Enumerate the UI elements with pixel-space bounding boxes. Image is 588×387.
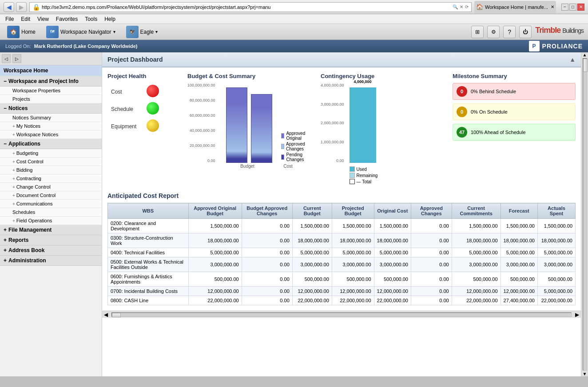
col-original-cost: Original Cost [374, 203, 411, 219]
sidebar-section-notices[interactable]: − Notices [0, 103, 102, 114]
cell-original_cost: 1,500,000.00 [374, 219, 411, 233]
sidebar-item-communications[interactable]: + Communications [0, 200, 102, 208]
help-icon-btn[interactable]: ? [503, 26, 516, 38]
legend-color-approved [281, 133, 285, 138]
milestone-badge-green: 47 [457, 127, 467, 138]
cell-forecast: 3,000,000.00 [501, 257, 537, 272]
sidebar-item-document-control[interactable]: + Document Control [0, 191, 102, 200]
sidebar-item-my-notices[interactable]: + My Notices [0, 122, 102, 130]
scroll-down-arrow[interactable]: ▼ [583, 371, 587, 376]
scroll-left-btn[interactable]: ◀ [102, 312, 110, 318]
grid-icon-btn[interactable]: ⊞ [471, 26, 484, 38]
legend-pending-changes: Pending Changes [281, 152, 307, 162]
cell-approved_changes: 0.00 [411, 287, 452, 296]
main-layout: ◁ ▷ Workspace Home − Workspace and Proje… [0, 52, 588, 376]
scroll-up-btn[interactable]: ▲ [569, 56, 576, 63]
sidebar-section-applications[interactable]: − Applications [0, 139, 102, 149]
menu-tools[interactable]: Tools [81, 15, 101, 23]
home-toolbar-btn[interactable]: 🏠 Home [4, 25, 38, 39]
window-controls: ◀ ▶ [4, 2, 27, 12]
contingency-bar: 4,000,000 [350, 87, 376, 163]
cell-actuals_spent: 18,000,000.00 [537, 233, 575, 248]
cell-actuals_spent: 500,000.00 [537, 272, 575, 287]
cell-projected_budget: 500,000.00 [332, 272, 374, 287]
cell-wbs: 0600: Furnishings & Artistics Appointmen… [108, 272, 189, 287]
legend-color-pending [281, 154, 285, 160]
milestone-item-ahead: 47 100% Ahead of Schedule [453, 124, 576, 141]
col-current-commitments: Current Commitments [452, 203, 501, 219]
contingency-bar-area: 4,000,000 [350, 83, 444, 163]
cell-current_commitments: 3,000,000.00 [452, 257, 501, 272]
bottom-scrollbar[interactable]: ◀ ▶ [102, 311, 581, 318]
scroll-track[interactable] [111, 312, 572, 317]
file-management-label: File Management [8, 227, 52, 233]
cell-original_cost: 18,000,000.00 [374, 233, 411, 248]
sidebar-item-cost-control[interactable]: + Cost Control [0, 158, 102, 166]
sidebar-item-workspace-notices[interactable]: + Workspace Notices [0, 130, 102, 139]
cell-current_commitments: 5,000,000.00 [452, 248, 501, 257]
sidebar-item-change-control[interactable]: + Change Control [0, 183, 102, 191]
cell-approved_changes: 0.00 [411, 233, 452, 248]
sidebar-item-workspace-properties[interactable]: Workspace Properties [0, 87, 102, 95]
workspace-navigator-btn[interactable]: 🗺 Workspace Navigator ▾ [44, 25, 118, 39]
browser-titlebar: ◀ ▶ 🔒 http://se3vm2.demo.mps.com/Prolian… [0, 0, 588, 14]
right-scroll-thumb[interactable] [583, 59, 588, 72]
address-bar[interactable]: 🔒 http://se3vm2.demo.mps.com/Proliance/W… [29, 2, 472, 12]
menu-help[interactable]: Help [101, 15, 119, 23]
content-area: Project Dashboard ▲ Project Health Cost … [102, 52, 581, 376]
sidebar-item-workspace-home[interactable]: Workspace Home [0, 65, 102, 76]
maximize-btn[interactable]: □ [569, 4, 576, 11]
power-icon-btn[interactable]: ⏻ [519, 26, 532, 38]
menu-edit[interactable]: Edit [17, 15, 34, 23]
sidebar-item-field-operations[interactable]: + Field Operations [0, 217, 102, 225]
sidebar-item-contracting[interactable]: + Contracting [0, 174, 102, 183]
sidebar-section-administration[interactable]: + Administration [0, 256, 102, 266]
sidebar-section-address-book[interactable]: + Address Book [0, 245, 102, 256]
cell-actuals_spent: 1,500,000.00 [537, 219, 575, 233]
section-label: Workspace and Project Info [8, 78, 79, 84]
right-scrollbar[interactable]: ▲ ▼ [581, 52, 588, 376]
right-scroll-track[interactable] [583, 58, 587, 371]
trimble-logo: Trimble Buildings [535, 26, 584, 38]
sidebar-section-file-management[interactable]: + File Management [0, 225, 102, 235]
sidebar-item-budgeting[interactable]: + Budgeting [0, 149, 102, 158]
budget-title: Budget & Cost Summary [187, 73, 312, 79]
acr-title: Anticipated Cost Report [107, 192, 576, 199]
milestone-panel: Milestone Summary 0 0% Behind Schedule 0… [453, 73, 576, 185]
nav-back-btn[interactable]: ◀ [4, 2, 14, 12]
sidebar-icon-right[interactable]: ▷ [12, 54, 21, 63]
menu-favorites[interactable]: Favorites [52, 15, 81, 23]
expand-file-icon: + [4, 227, 7, 233]
logged-on-user: Mark Rutherford (Lake Company Worldwide) [34, 43, 138, 49]
bar-chart-area: Approved Original Approved Changes Pendi… [217, 83, 316, 169]
contingency-y-axis: 4,000,000.00 3,000,000.00 2,000,000.00 1… [321, 83, 346, 163]
nav-forward-btn[interactable]: ▶ [16, 2, 27, 12]
settings-icon-btn[interactable]: ⚙ [487, 26, 500, 38]
sidebar-section-workspace-info[interactable]: − Workspace and Project Info [0, 76, 102, 87]
tab-close-btn[interactable]: ✕ [551, 4, 554, 9]
cell-current_budget: 12,000,000.00 [292, 287, 332, 296]
scroll-up-arrow[interactable]: ▲ [583, 52, 587, 57]
menu-view[interactable]: View [34, 15, 52, 23]
col-forecast: Forecast [501, 203, 537, 219]
eagle-btn[interactable]: 🦅 Eagle ▾ [123, 25, 161, 39]
col-current-budget: Current Budget [292, 203, 332, 219]
sidebar-item-bidding[interactable]: + Bidding [0, 166, 102, 174]
cell-current_commitments: 22,000,000.00 [452, 296, 501, 305]
close-btn[interactable]: ✕ [577, 4, 584, 11]
x-labels: Budget Cost [217, 164, 316, 169]
scroll-right-btn[interactable]: ▶ [573, 312, 581, 318]
minimize-btn[interactable]: − [561, 4, 568, 11]
scroll-thumb[interactable] [112, 313, 121, 317]
sidebar-item-notices-summary[interactable]: Notices Summary [0, 114, 102, 122]
sidebar-item-schedules[interactable]: Schedules [0, 208, 102, 217]
sidebar-item-projects[interactable]: Projects [0, 95, 102, 103]
home-icon: 🏠 [7, 26, 20, 38]
sidebar-section-reports[interactable]: + Reports [0, 235, 102, 245]
sidebar-icon-left[interactable]: ◁ [2, 54, 11, 63]
menu-file[interactable]: File [2, 15, 17, 23]
workspace-home-label: Workspace Home [4, 67, 48, 74]
tab-label[interactable]: Workspace Home | manufe... [485, 4, 548, 10]
cell-budget_approved: 0.00 [242, 233, 292, 248]
cell-current_budget: 1,500,000.00 [292, 219, 332, 233]
